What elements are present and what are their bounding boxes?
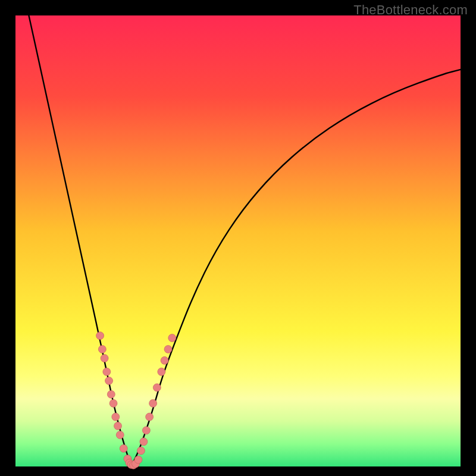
data-marker bbox=[120, 444, 127, 452]
data-marker bbox=[109, 399, 117, 407]
marker-group bbox=[96, 332, 176, 469]
data-marker bbox=[116, 431, 124, 439]
right-branch-curve bbox=[131, 70, 461, 466]
data-marker bbox=[98, 345, 106, 353]
data-marker bbox=[103, 368, 111, 375]
data-marker bbox=[134, 456, 142, 464]
data-marker bbox=[142, 427, 150, 434]
data-marker bbox=[164, 345, 172, 353]
chart-svg bbox=[15, 15, 461, 466]
data-marker bbox=[105, 377, 113, 384]
data-marker bbox=[161, 356, 168, 364]
data-marker bbox=[96, 332, 104, 340]
data-marker bbox=[158, 368, 165, 375]
data-marker bbox=[140, 438, 148, 446]
data-marker bbox=[114, 422, 122, 430]
watermark-label: TheBottleneck.com bbox=[353, 2, 468, 18]
plot-area bbox=[15, 15, 461, 466]
data-marker bbox=[146, 413, 154, 421]
outer-frame: TheBottleneck.com bbox=[0, 0, 476, 476]
data-marker bbox=[153, 384, 161, 392]
data-marker bbox=[168, 334, 176, 342]
left-branch-curve bbox=[29, 15, 131, 466]
data-marker bbox=[149, 399, 157, 407]
data-marker bbox=[101, 355, 108, 362]
data-marker bbox=[107, 390, 115, 398]
data-marker bbox=[112, 413, 120, 421]
data-marker bbox=[137, 447, 145, 455]
